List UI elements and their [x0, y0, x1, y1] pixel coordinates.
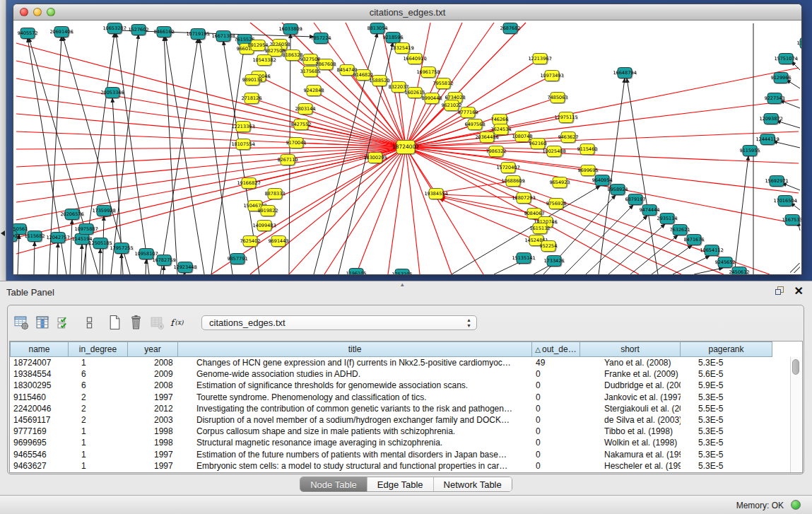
graph-node[interactable]: 16648794	[613, 68, 636, 78]
graph-node[interactable]: 8813054	[367, 23, 388, 34]
graph-node[interactable]: 8958924	[608, 185, 628, 195]
graph-node[interactable]: 8427552	[291, 119, 312, 130]
delete-table-icon[interactable]	[126, 314, 145, 331]
tab-node-table[interactable]: Node Table	[300, 477, 367, 491]
graph-node[interactable]: 952254	[540, 241, 558, 252]
column-header-name[interactable]: name	[10, 341, 69, 357]
graph-node[interactable]: 9654923	[550, 177, 570, 188]
close-panel-icon[interactable]: ✕	[794, 286, 804, 296]
graph-node[interactable]: 1115682	[25, 231, 45, 242]
column-header-pagerank[interactable]: pagerank	[681, 341, 772, 357]
network-window[interactable]: citations_edges.txt 94055722069140610653…	[13, 4, 802, 275]
panel-collapse-arrow[interactable]	[1, 230, 5, 236]
graph-node[interactable]: 2718126	[242, 93, 262, 104]
graph-node[interactable]: 9919822	[258, 206, 278, 216]
graph-node[interactable]: 1615132	[530, 223, 551, 234]
graph-node[interactable]: 10719195	[186, 29, 209, 40]
graph-node[interactable]: 1167533	[782, 215, 801, 226]
graph-node[interactable]: 9227343	[765, 93, 785, 104]
graph-node[interactable]: 12213363	[231, 122, 254, 132]
column-header-title[interactable]: title	[178, 341, 532, 357]
graph-node[interactable]: 8471676	[684, 235, 705, 245]
graph-node[interactable]: 9115460	[577, 144, 598, 155]
graph-node[interactable]: 19384554	[424, 189, 447, 199]
table-settings-icon[interactable]	[12, 314, 30, 331]
table-row[interactable]: 911546021997Tourette syndrome. Phenomeno…	[10, 392, 774, 403]
graph-node[interactable]: 7986322	[486, 146, 507, 157]
graph-node[interactable]: 9218596	[383, 33, 404, 43]
tab-network-table[interactable]: Network Table	[433, 477, 512, 491]
table-row[interactable]: 1830029562008Estimation of significance …	[10, 380, 774, 391]
graph-node[interactable]: 1196105	[346, 269, 367, 275]
graph-node[interactable]: 7632621	[670, 225, 690, 235]
network-canvas[interactable]: 9405572206914061065328715276028466160107…	[13, 21, 801, 274]
graph-node[interactable]: 9245652	[715, 257, 736, 268]
graph-node[interactable]: 1733426	[544, 256, 565, 267]
graph-node[interactable]: 9756928	[546, 199, 567, 209]
graph-node[interactable]: 962160	[529, 139, 547, 149]
graph-node[interactable]: 9857791	[228, 254, 248, 264]
column-header-year[interactable]: year	[128, 341, 178, 357]
graph-node[interactable]: 6497568	[465, 119, 486, 130]
graph-node[interactable]: 10688609	[501, 176, 524, 187]
resize-grip[interactable]	[790, 263, 800, 273]
graph-node[interactable]: 8878333	[265, 189, 286, 199]
rows-icon[interactable]	[80, 314, 98, 331]
graph-node[interactable]: 8267110	[278, 155, 298, 165]
graph-node[interactable]: 1527602	[129, 25, 149, 35]
graph-node[interactable]: 9405572	[18, 28, 38, 39]
graph-node[interactable]: 17359928	[92, 206, 115, 216]
table-row[interactable]: 2242004622012Investigating the contribut…	[10, 403, 774, 414]
column-select-icon[interactable]	[33, 314, 52, 331]
graph-node[interactable]: 15720407	[496, 163, 519, 173]
graph-node[interactable]: 10653287	[102, 23, 126, 34]
graph-node[interactable]: 9242848	[304, 86, 324, 96]
graph-node[interactable]: 1312045	[797, 38, 801, 49]
graph-node[interactable]: 3175685	[300, 66, 321, 77]
graph-node[interactable]: 15135141	[512, 253, 535, 264]
graph-node[interactable]: 9170041	[286, 138, 307, 148]
graph-node[interactable]: 746266	[491, 115, 509, 125]
graph-node[interactable]: 1588520	[370, 76, 390, 86]
graph-node[interactable]: 7857224	[311, 33, 331, 44]
graph-node[interactable]: 18325419	[390, 43, 413, 54]
graph-node[interactable]: 9474444	[640, 205, 660, 216]
graph-node[interactable]: 14099483	[252, 221, 276, 231]
graph-node[interactable]: 9463627	[558, 132, 579, 143]
graph-node[interactable]: 12213967	[528, 54, 551, 64]
graph-node[interactable]: 6879197	[625, 194, 646, 205]
graph-node[interactable]: 9890134	[242, 75, 263, 86]
table-row[interactable]: 969969511998Structural magnetic resonanc…	[10, 437, 774, 448]
table-row[interactable]: 977716911998Corpus callosum shape and si…	[10, 426, 774, 437]
table-row[interactable]: 946362711997Embryonic stem cells: a mode…	[10, 460, 774, 472]
new-document-icon[interactable]	[105, 314, 124, 331]
table-row[interactable]: 946554611997Estimation of the future num…	[10, 449, 774, 460]
graph-node[interactable]: 15751074	[774, 54, 797, 64]
graph-node[interactable]: 9691443	[269, 236, 289, 247]
graph-node[interactable]: 8466160	[154, 27, 175, 37]
scrollbar-thumb[interactable]	[792, 359, 799, 375]
citation-network-graph[interactable]: 9405572206914061065328715276028466160107…	[13, 21, 801, 274]
graph-node[interactable]: 9621022	[442, 100, 462, 111]
table-row[interactable]: 1938455462009Genome-wide association stu…	[10, 368, 774, 380]
table-row[interactable]: 1456911722003Disruption of a novel membe…	[10, 414, 774, 426]
graph-node[interactable]: 16033809	[278, 24, 302, 35]
graph-node[interactable]: 18807293	[512, 193, 535, 204]
function-builder-icon[interactable]: f(x)	[169, 314, 187, 331]
graph-node[interactable]: 12093872	[759, 114, 782, 124]
graph-node[interactable]: 12444119	[755, 134, 779, 145]
vertical-scrollbar[interactable]	[790, 357, 801, 472]
float-panel-icon[interactable]	[775, 286, 784, 296]
graph-node[interactable]: 20053346	[100, 88, 124, 98]
graph-node[interactable]: 10654112	[700, 245, 723, 256]
graph-node[interactable]: 9699695	[578, 165, 599, 176]
graph-node[interactable]: 12975115	[554, 112, 577, 123]
graph-node[interactable]: 9129966	[771, 73, 792, 83]
graph-node[interactable]: 2803144	[295, 104, 316, 115]
import-table-icon[interactable]	[148, 314, 166, 331]
graph-node[interactable]: 9115955	[740, 146, 760, 156]
graph-node[interactable]: 1080748	[512, 132, 533, 142]
graph-node[interactable]: 16640910	[403, 54, 426, 64]
table-row[interactable]: 1872400712008Changes of HCN gene express…	[10, 357, 774, 368]
graph-node[interactable]: 19166827	[237, 178, 260, 189]
